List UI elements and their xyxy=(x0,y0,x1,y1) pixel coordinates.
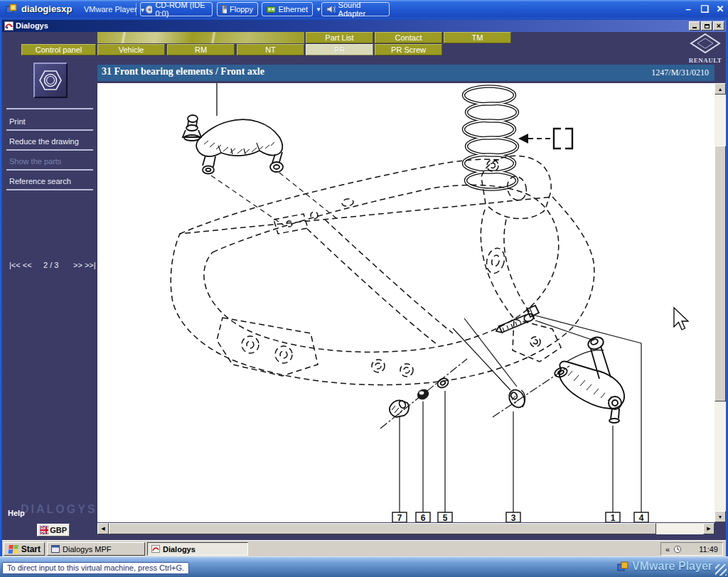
hex-nut-button[interactable] xyxy=(33,63,68,98)
sidebar: Print Reduce the drawing Show the parts … xyxy=(2,63,97,540)
speaker-icon xyxy=(326,5,336,14)
nav-control-panel[interactable]: Control panel xyxy=(21,44,96,55)
nav-rm[interactable]: RM xyxy=(167,44,235,55)
front-axle-exploded-drawing: 765314 xyxy=(97,83,714,522)
ethernet-device-button[interactable]: Ethernet xyxy=(262,2,313,16)
renault-logo: RENAULT xyxy=(687,33,724,63)
windows-logo-icon xyxy=(8,544,18,554)
dialogys-watermark: DIALOGYS xyxy=(21,503,97,516)
sidebar-divider xyxy=(6,189,93,190)
nav-tm[interactable]: TM xyxy=(444,32,511,43)
part-label-1[interactable]: 1 xyxy=(606,426,620,522)
sidebar-item-show-parts: Show the parts xyxy=(2,155,97,168)
task-button-dialogys-mpf[interactable]: Dialogys MPF xyxy=(47,542,145,556)
resize-grip[interactable] xyxy=(715,564,727,576)
app-restore-button[interactable] xyxy=(701,21,712,31)
drawing-title: 31 Front bearing elements / Front axle xyxy=(102,66,264,77)
upper-control-arm xyxy=(183,115,283,174)
sidebar-item-reference-search[interactable]: Reference search xyxy=(2,175,97,188)
hscroll-right-button[interactable]: ▶ xyxy=(703,523,714,534)
tray-chevron[interactable]: « xyxy=(665,545,670,554)
tray-clock: 11:49 xyxy=(699,545,718,554)
vmware-player-window: dialogiesxp VMware Player▼ CD-ROM (IDE 0… xyxy=(0,0,728,577)
cdrom-device-button[interactable]: CD-ROM (IDE 0:0) xyxy=(140,2,213,16)
sound-device-button[interactable]: Sound Adapter xyxy=(321,2,390,16)
washer-part-5 xyxy=(436,377,450,389)
vm-maximize-icon[interactable]: ❑ xyxy=(698,4,711,15)
page-indicator: 2 / 3 xyxy=(43,261,58,269)
nav-part-list[interactable]: Part List xyxy=(306,32,373,43)
nav-vehicle[interactable]: Vehicle xyxy=(97,44,165,55)
sidebar-divider xyxy=(6,169,93,171)
sidebar-divider xyxy=(6,149,93,151)
subframe xyxy=(171,156,594,384)
nav-contact[interactable]: Contact xyxy=(375,32,442,43)
vscroll-thumb[interactable] xyxy=(714,146,726,401)
nav-pr[interactable]: PR xyxy=(306,44,373,55)
window-icon xyxy=(51,545,60,553)
app-window-title: Dialogys xyxy=(16,20,48,32)
app-titlebar xyxy=(2,20,726,32)
part-label-6[interactable]: 6 xyxy=(416,401,430,522)
toolbar-divider xyxy=(136,3,136,16)
svg-text:1: 1 xyxy=(611,513,616,522)
nav-pr-screw[interactable]: PR Screw xyxy=(375,44,442,55)
sidebar-divider xyxy=(6,129,93,131)
currency-label: GBP xyxy=(50,526,67,534)
vmware-brand: VMware Player xyxy=(617,560,712,573)
system-tray: « 11:49 xyxy=(660,542,723,556)
page-next-last-control[interactable]: >> >>| xyxy=(73,261,96,269)
vm-close-icon[interactable]: ✕ xyxy=(714,4,727,15)
app-close-button[interactable]: × xyxy=(713,21,724,31)
vmware-brand-icon xyxy=(617,561,628,572)
dialogys-app-icon xyxy=(4,21,14,31)
scheduler-tray-icon[interactable] xyxy=(673,545,682,554)
document-reference: 1247/M/31/0210 xyxy=(651,68,709,78)
hscroll-thumb[interactable] xyxy=(109,523,656,534)
technical-drawing-canvas: 765314 xyxy=(97,83,714,522)
vscroll-up-button[interactable]: ▲ xyxy=(714,83,726,95)
svg-text:3: 3 xyxy=(511,513,516,522)
svg-text:6: 6 xyxy=(421,513,426,522)
mouse-cursor xyxy=(674,308,688,330)
help-link[interactable]: Help xyxy=(8,509,25,517)
ethernet-icon xyxy=(267,6,275,14)
nav-nt[interactable]: NT xyxy=(237,44,304,55)
nav-decorative-strip xyxy=(97,32,304,43)
nut-part-6 xyxy=(415,387,431,401)
taskbar: Start Dialogys MPF Dialogys « 11:49 xyxy=(2,540,726,556)
cdrom-icon xyxy=(145,5,152,14)
app-minimize-button[interactable] xyxy=(689,21,700,31)
vmware-titlebar: dialogiesxp VMware Player▼ CD-ROM (IDE 0… xyxy=(0,0,728,18)
coil-spring xyxy=(464,87,518,190)
drawing-title-bar: 31 Front bearing elements / Front axle 1… xyxy=(97,65,714,81)
renault-diamond-icon xyxy=(687,33,724,54)
vmware-brand-text: VMware Player xyxy=(632,560,712,573)
part-label-5[interactable]: 5 xyxy=(438,391,452,522)
vscroll-down-button[interactable]: ▼ xyxy=(714,511,726,522)
nav-area: Part List Contact TM Control panel Vehic… xyxy=(2,32,726,63)
hscroll-left-button[interactable]: ◀ xyxy=(97,523,109,534)
vm-title: dialogiesxp xyxy=(21,0,73,18)
uk-flag-icon xyxy=(40,526,48,534)
renault-wordmark: RENAULT xyxy=(687,57,724,64)
currency-gbp-button[interactable]: GBP xyxy=(37,524,70,536)
sidebar-item-reduce-drawing[interactable]: Reduce the drawing xyxy=(2,135,97,148)
task-button-dialogys[interactable]: Dialogys xyxy=(147,542,248,556)
pagination: |<< << 2 / 3 >> >>| xyxy=(2,261,97,272)
svg-text:4: 4 xyxy=(639,513,644,522)
dialogys-task-icon xyxy=(151,545,160,553)
bolt xyxy=(496,306,539,333)
vm-minimize-icon[interactable]: – xyxy=(682,4,695,15)
start-button[interactable]: Start xyxy=(4,542,45,556)
part-label-4[interactable]: 4 xyxy=(634,343,648,522)
bushing-part-3 xyxy=(506,387,528,411)
svg-text:7: 7 xyxy=(397,513,402,522)
part-label-3[interactable]: 3 xyxy=(506,411,520,522)
sidebar-item-print[interactable]: Print xyxy=(2,115,97,128)
vmware-statusbar: To direct input to this virtual machine,… xyxy=(0,556,728,577)
svg-text:5: 5 xyxy=(443,513,448,522)
part-label-7[interactable]: 7 xyxy=(392,417,407,522)
page-first-prev-control[interactable]: |<< << xyxy=(9,261,32,269)
floppy-device-button[interactable]: Floppy xyxy=(217,2,258,16)
